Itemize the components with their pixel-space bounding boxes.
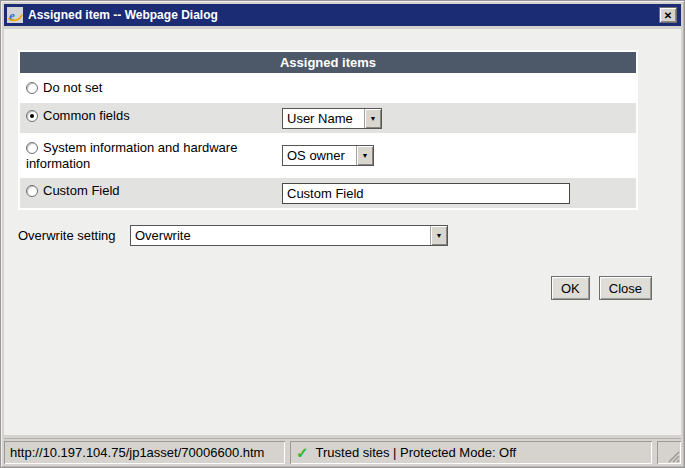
row-control-cell: User Name ▼ — [282, 103, 636, 133]
titlebar: e Assigned item -- Webpage Dialog ✕ — [4, 4, 681, 26]
radio-system-information[interactable] — [26, 142, 38, 154]
row-control-cell — [282, 178, 636, 208]
resize-grip[interactable] — [657, 441, 681, 464]
dialog-title: Assigned item -- Webpage Dialog — [28, 8, 654, 22]
system-information-select[interactable]: OS owner ▼ — [282, 145, 374, 166]
overwrite-setting-label: Overwrite setting — [18, 228, 130, 243]
row-label-cell: Common fields — [20, 103, 282, 133]
status-url: http://10.197.104.75/jp1asset/70006600.h… — [10, 445, 264, 460]
dropdown-arrow-icon[interactable]: ▼ — [430, 226, 447, 245]
custom-field-input[interactable] — [282, 183, 570, 204]
select-value: User Name — [283, 109, 364, 128]
row-label-cell: Custom Field — [20, 178, 282, 208]
dropdown-arrow-icon[interactable]: ▼ — [364, 109, 381, 128]
dropdown-arrow-icon[interactable]: ▼ — [356, 146, 373, 165]
dialog-body: Assigned items Do not set Common fields … — [4, 29, 681, 435]
row-custom-field: Custom Field — [20, 178, 636, 208]
ok-button[interactable]: OK — [551, 276, 590, 300]
row-label-cell: Do not set — [20, 75, 282, 101]
action-buttons: OK Close — [18, 276, 681, 300]
common-fields-select[interactable]: User Name ▼ — [282, 108, 382, 129]
radio-common-fields[interactable] — [26, 110, 38, 122]
status-bar: http://10.197.104.75/jp1asset/70006600.h… — [4, 438, 681, 464]
row-label: Common fields — [43, 108, 130, 123]
assigned-items-table: Assigned items Do not set Common fields … — [18, 50, 638, 210]
radio-do-not-set[interactable] — [26, 82, 38, 94]
select-value: Overwrite — [131, 226, 430, 245]
row-system-information: System information and hardware informat… — [20, 135, 636, 176]
row-common-fields: Common fields User Name ▼ — [20, 103, 636, 133]
status-url-panel: http://10.197.104.75/jp1asset/70006600.h… — [4, 441, 285, 464]
row-label: Do not set — [43, 80, 102, 95]
select-value: OS owner — [283, 146, 356, 165]
table-header: Assigned items — [20, 52, 636, 73]
row-control-cell: OS owner ▼ — [282, 135, 636, 176]
radio-custom-field[interactable] — [26, 185, 38, 197]
row-control-cell — [282, 75, 636, 101]
trusted-check-icon: ✓ — [296, 445, 309, 460]
status-zone-text: Trusted sites | Protected Mode: Off — [316, 445, 517, 460]
ie-icon: e — [7, 7, 23, 23]
close-button[interactable]: Close — [599, 276, 652, 300]
webpage-dialog: e Assigned item -- Webpage Dialog ✕ Assi… — [0, 0, 685, 468]
row-label: Custom Field — [43, 183, 120, 198]
status-zone-panel: ✓ Trusted sites | Protected Mode: Off — [290, 441, 652, 464]
row-label: System information and hardware informat… — [26, 140, 237, 171]
close-icon[interactable]: ✕ — [659, 7, 677, 23]
resize-grip-icon — [666, 449, 680, 463]
row-do-not-set: Do not set — [20, 75, 636, 101]
row-label-cell: System information and hardware informat… — [20, 135, 282, 176]
overwrite-setting-select[interactable]: Overwrite ▼ — [130, 225, 448, 246]
overwrite-setting-row: Overwrite setting Overwrite ▼ — [18, 225, 681, 246]
